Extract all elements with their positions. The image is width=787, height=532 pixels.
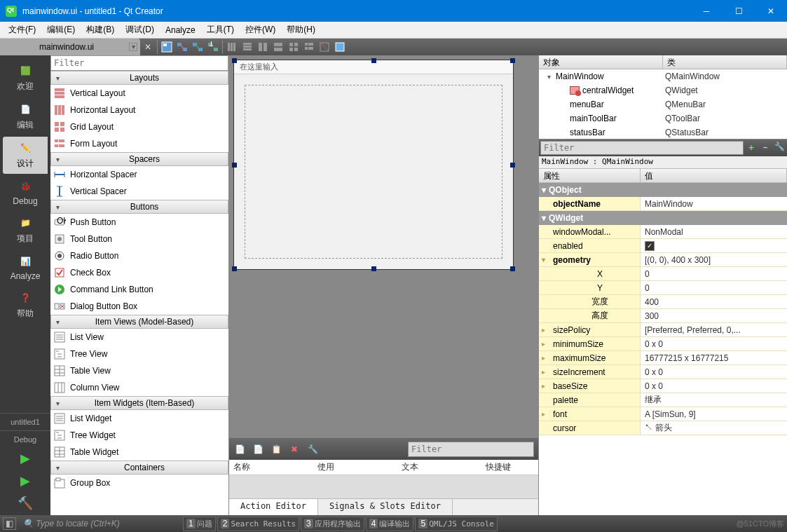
- target-selector[interactable]: Debug: [0, 430, 50, 448]
- bottom-tab[interactable]: Action Editor: [229, 499, 318, 515]
- widget-item[interactable]: Tool Button: [50, 231, 228, 247]
- property-value[interactable]: 400: [641, 295, 787, 308]
- checkbox-icon[interactable]: ✓: [645, 241, 655, 251]
- edit-signals-icon[interactable]: [174, 39, 190, 55]
- property-value[interactable]: A [SimSun, 9]: [641, 407, 787, 421]
- object-row[interactable]: ▾MainWindowQMainWindow: [539, 69, 787, 83]
- copy-action-icon[interactable]: 📄: [252, 443, 264, 456]
- resize-handle[interactable]: [232, 266, 237, 271]
- widget-item[interactable]: Vertical Layout: [50, 85, 228, 102]
- widget-item[interactable]: Horizontal Spacer: [50, 166, 228, 183]
- property-row[interactable]: 高度300: [539, 309, 787, 323]
- expand-icon[interactable]: ▸: [542, 368, 545, 376]
- run-button[interactable]: ▶: [15, 451, 36, 468]
- menu-item[interactable]: 帮助(H): [281, 22, 321, 37]
- property-value[interactable]: [(0, 0), 400 x 300]: [641, 253, 787, 266]
- add-property-icon[interactable]: ＋: [745, 142, 758, 154]
- minimize-button[interactable]: ─: [690, 0, 723, 22]
- form-canvas[interactable]: 在这里输入: [233, 60, 514, 270]
- category-header[interactable]: ▾Item Views (Model-Based): [50, 315, 228, 329]
- action-col-header[interactable]: 快捷键: [486, 461, 528, 473]
- editor-tab[interactable]: mainwindow.ui ▾: [0, 39, 140, 55]
- resize-handle[interactable]: [232, 163, 237, 168]
- break-layout-icon[interactable]: [317, 39, 332, 55]
- central-widget[interactable]: [245, 85, 502, 259]
- expand-icon[interactable]: ▸: [542, 382, 545, 390]
- mode-设计[interactable]: ✏️设计: [3, 137, 48, 174]
- maximize-button[interactable]: ☐: [723, 0, 755, 22]
- new-action-icon[interactable]: 📄: [233, 443, 246, 456]
- category-header[interactable]: ▾Buttons: [50, 200, 228, 214]
- expand-icon[interactable]: ▸: [542, 354, 545, 362]
- widget-item[interactable]: List Widget: [50, 410, 228, 427]
- locator-input[interactable]: Type to locate (Ctrl+K): [19, 519, 180, 528]
- property-row[interactable]: windowModal...NonModal: [539, 225, 787, 239]
- property-row[interactable]: cursor↖ 箭头: [539, 421, 787, 435]
- layout-grid-icon[interactable]: [286, 39, 301, 55]
- widget-item[interactable]: OKPush Button: [50, 214, 228, 231]
- mode-编辑[interactable]: 📄编辑: [3, 98, 48, 135]
- resize-handle[interactable]: [371, 58, 376, 63]
- expand-icon[interactable]: ▾: [545, 73, 553, 81]
- property-value[interactable]: 300: [641, 309, 787, 322]
- menu-item[interactable]: 调试(D): [120, 22, 160, 37]
- property-value[interactable]: ↖ 箭头: [641, 421, 787, 435]
- property-value[interactable]: 0 x 0: [641, 337, 787, 350]
- toggle-sidebar-icon[interactable]: ◧: [3, 517, 16, 530]
- property-row[interactable]: ▸maximumSize16777215 x 16777215: [539, 351, 787, 365]
- menu-item[interactable]: 控件(W): [240, 22, 281, 37]
- close-tab-button[interactable]: ✕: [140, 39, 156, 55]
- layout-vsplit-icon[interactable]: [271, 39, 286, 55]
- output-tab[interactable]: 3应用程序输出: [301, 517, 364, 531]
- category-header[interactable]: ▾Item Widgets (Item-Based): [50, 396, 228, 410]
- widget-item[interactable]: Form Layout: [50, 135, 228, 152]
- category-header[interactable]: ▾Spacers: [50, 152, 228, 166]
- action-col-header[interactable]: 名称: [233, 461, 275, 473]
- object-row[interactable]: mainToolBarQToolBar: [539, 111, 787, 125]
- layout-h-icon[interactable]: [224, 39, 240, 55]
- remove-property-icon[interactable]: －: [759, 142, 772, 154]
- property-value[interactable]: NonModal: [641, 225, 787, 238]
- widget-item[interactable]: Tree Widget: [50, 427, 228, 444]
- widget-item[interactable]: Table View: [50, 362, 228, 379]
- property-value[interactable]: 0 x 0: [641, 379, 787, 393]
- output-tab[interactable]: 5QML/JS Console: [415, 517, 497, 531]
- property-row[interactable]: ▸sizeIncrement0 x 0: [539, 365, 787, 379]
- category-header[interactable]: ▾Containers: [50, 461, 228, 475]
- resize-handle[interactable]: [232, 58, 237, 63]
- mode-欢迎[interactable]: 🟩欢迎: [3, 60, 48, 97]
- widget-item[interactable]: Column View: [50, 379, 228, 396]
- widget-item[interactable]: List View: [50, 329, 228, 346]
- configure-icon[interactable]: 🔧: [306, 443, 319, 456]
- widget-item[interactable]: Tree View: [50, 346, 228, 362]
- mode-帮助[interactable]: ❓帮助: [3, 287, 48, 324]
- adjust-size-icon[interactable]: [332, 39, 348, 55]
- menu-item[interactable]: 工具(T): [201, 22, 240, 37]
- layout-v-icon[interactable]: [240, 39, 255, 55]
- property-value[interactable]: [Preferred, Preferred, 0,...: [641, 323, 787, 336]
- layout-hsplit-icon[interactable]: [255, 39, 271, 55]
- expand-icon[interactable]: ▸: [542, 410, 545, 418]
- property-row[interactable]: ▸fontA [SimSun, 9]: [539, 407, 787, 421]
- resize-handle[interactable]: [371, 266, 376, 271]
- menu-item[interactable]: 编辑(E): [41, 22, 81, 37]
- property-value[interactable]: 16777215 x 16777215: [641, 351, 787, 364]
- oi-col-object[interactable]: 对象: [539, 55, 663, 69]
- property-value[interactable]: 0: [641, 281, 787, 294]
- widget-item[interactable]: Horizontal Layout: [50, 102, 228, 118]
- configure-property-icon[interactable]: 🔧: [773, 142, 786, 154]
- object-row[interactable]: statusBarQStatusBar: [539, 125, 787, 139]
- expand-icon[interactable]: ▾: [542, 256, 545, 264]
- widget-item[interactable]: Radio Button: [50, 247, 228, 264]
- action-col-header[interactable]: 使用: [317, 461, 360, 473]
- action-filter-input[interactable]: [408, 442, 534, 457]
- project-selector[interactable]: untitled1: [0, 413, 50, 430]
- widget-item[interactable]: Vertical Spacer: [50, 183, 228, 200]
- close-button[interactable]: ✕: [755, 0, 787, 22]
- property-group[interactable]: ▾QObject: [539, 183, 787, 197]
- bottom-tab[interactable]: Signals & Slots Editor: [318, 499, 453, 515]
- output-tab[interactable]: 4编译输出: [366, 517, 414, 531]
- object-row[interactable]: centralWidgetQWidget: [539, 83, 787, 97]
- expand-icon[interactable]: ▸: [542, 326, 545, 334]
- property-row[interactable]: ▾geometry[(0, 0), 400 x 300]: [539, 253, 787, 267]
